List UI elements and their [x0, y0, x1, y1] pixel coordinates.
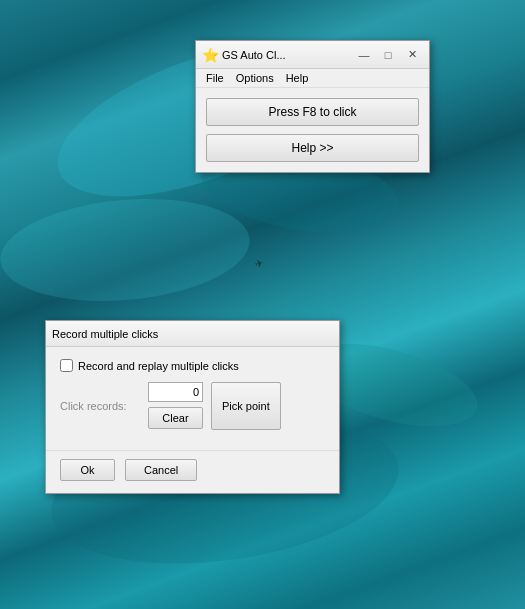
clear-button[interactable]: Clear — [148, 407, 203, 429]
window-controls: — □ ✕ — [353, 46, 423, 64]
cancel-button[interactable]: Cancel — [125, 459, 197, 481]
main-window-body: Press F8 to click Help >> — [196, 88, 429, 172]
click-records-row: Click records: Clear Pick point — [60, 382, 325, 430]
menu-bar: File Options Help — [196, 69, 429, 88]
help-button[interactable]: Help >> — [206, 134, 419, 162]
app-icon: ⭐ — [202, 47, 218, 63]
ok-button[interactable]: Ok — [60, 459, 115, 481]
main-window: ⭐ GS Auto Cl... — □ ✕ File Options Help … — [195, 40, 430, 173]
dialog-title: Record multiple clicks — [52, 328, 333, 340]
dialog-footer: Ok Cancel — [46, 450, 339, 493]
maximize-button[interactable]: □ — [377, 46, 399, 64]
close-button[interactable]: ✕ — [401, 46, 423, 64]
dialog-window: Record multiple clicks Record and replay… — [45, 320, 340, 494]
main-window-title: GS Auto Cl... — [222, 49, 353, 61]
press-f8-button[interactable]: Press F8 to click — [206, 98, 419, 126]
click-records-input[interactable] — [148, 382, 203, 402]
checkbox-label: Record and replay multiple clicks — [78, 360, 239, 372]
checkbox-row: Record and replay multiple clicks — [60, 359, 325, 372]
record-replay-checkbox[interactable] — [60, 359, 73, 372]
menu-options[interactable]: Options — [230, 70, 280, 86]
pick-point-button[interactable]: Pick point — [211, 382, 281, 430]
click-records-label: Click records: — [60, 400, 140, 412]
minimize-button[interactable]: — — [353, 46, 375, 64]
menu-help[interactable]: Help — [280, 70, 315, 86]
dialog-body: Record and replay multiple clicks Click … — [46, 347, 339, 450]
dialog-title-bar: Record multiple clicks — [46, 321, 339, 347]
main-title-bar: ⭐ GS Auto Cl... — □ ✕ — [196, 41, 429, 69]
menu-file[interactable]: File — [200, 70, 230, 86]
